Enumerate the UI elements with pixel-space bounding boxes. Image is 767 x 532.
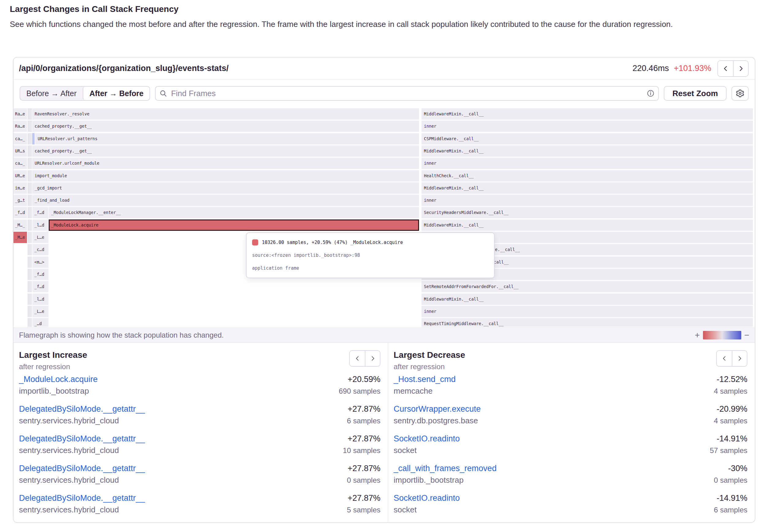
frame-sliver-column[interactable] xyxy=(28,108,32,120)
frame[interactable]: URLResolver.url_patterns xyxy=(35,133,419,144)
function-link[interactable]: _Host.send_cmd xyxy=(394,375,456,384)
flame-row: UR…eimport_moduleHealthCheck.__call__ xyxy=(13,170,755,182)
increase-prev-button[interactable] xyxy=(350,351,365,366)
frame-cell[interactable]: UR…s xyxy=(13,145,27,157)
frame-sliver-column[interactable] xyxy=(28,158,32,169)
decrease-next-button[interactable] xyxy=(732,351,747,366)
function-change-item: SocketIO.readinto-14.91%socket6 samples xyxy=(394,493,747,523)
change-percent: +27.87% xyxy=(348,464,380,473)
frame-sliver-column[interactable] xyxy=(28,219,32,231)
find-frames-input[interactable] xyxy=(155,86,659,101)
sample-count: 57 samples xyxy=(710,446,747,455)
frame-cell[interactable]: _L…e xyxy=(32,306,48,317)
frame-sliver-column[interactable] xyxy=(28,182,32,194)
sample-count: 4 samples xyxy=(714,417,747,425)
sample-count: 0 samples xyxy=(347,476,380,485)
frame-cell[interactable]: Ra…e xyxy=(13,121,27,132)
function-link[interactable]: _ModuleLock.acquire xyxy=(19,375,98,384)
largest-decrease-title: Largest Decrease xyxy=(394,350,716,360)
toggle-after-before[interactable]: After → Before xyxy=(83,87,149,100)
frame-cell[interactable]: _f…d xyxy=(32,281,48,292)
frame-sliver-column[interactable] xyxy=(28,170,32,182)
settings-button[interactable] xyxy=(731,86,749,101)
frame[interactable]: _gcd_import xyxy=(32,182,419,194)
frame[interactable]: _ModuleLock.acquire xyxy=(49,219,419,231)
frame[interactable]: URLResolver.urlconf_module xyxy=(32,158,419,169)
frame[interactable]: _ModuleLockManager.__enter__ xyxy=(49,207,419,218)
frame-cell[interactable]: _g…t xyxy=(13,195,27,206)
frame-cell[interactable]: _l…d xyxy=(32,219,48,231)
info-icon[interactable] xyxy=(647,89,655,99)
prev-endpoint-button[interactable] xyxy=(718,61,733,76)
frame-sliver-column[interactable] xyxy=(28,133,32,144)
frame[interactable]: _find_and_load xyxy=(32,195,419,206)
frame-cell[interactable]: _c…d xyxy=(32,244,48,255)
frame[interactable]: MiddlewareMixin.__call__ xyxy=(422,108,753,120)
frame[interactable]: SecurityHeadersMiddleware.__call__ xyxy=(422,207,753,218)
frame-sliver-column[interactable] xyxy=(28,318,32,327)
increase-next-button[interactable] xyxy=(365,351,380,366)
function-link[interactable]: CursorWrapper.execute xyxy=(394,404,481,414)
frame[interactable]: cached_property.__get__ xyxy=(32,145,419,157)
sample-count: 0 samples xyxy=(714,476,747,485)
largest-decrease-header: Largest Decrease after regression xyxy=(388,343,755,371)
decrease-prev-button[interactable] xyxy=(717,351,732,366)
frame-sliver-column[interactable] xyxy=(28,281,32,292)
frame[interactable]: inner xyxy=(422,158,753,169)
frame-cell[interactable]: _M…e xyxy=(13,232,27,243)
frame-cell[interactable]: _…d xyxy=(32,318,48,327)
differential-flamegraph[interactable]: Ra…eRavenResolver._resolveMiddlewareMixi… xyxy=(13,108,755,327)
sample-count: 690 samples xyxy=(339,387,380,395)
frame-cell[interactable]: ca…_ xyxy=(13,133,27,144)
frame-sliver-column[interactable] xyxy=(28,145,32,157)
function-link[interactable]: _call_with_frames_removed xyxy=(394,464,497,473)
frame-cell[interactable]: Ra…e xyxy=(13,108,27,120)
function-link[interactable]: DelegatedBySiloMode.__getattr__ xyxy=(19,404,145,414)
frame-cell[interactable]: ca…_ xyxy=(13,158,27,169)
frame-sliver-column[interactable] xyxy=(28,195,32,206)
frame[interactable]: inner xyxy=(422,121,753,132)
frame-sliver-column[interactable] xyxy=(28,294,32,305)
frame-cell[interactable]: UR…e xyxy=(13,170,27,182)
frame[interactable]: HealthCheck.__call__ xyxy=(422,170,753,182)
sample-count: 6 samples xyxy=(347,417,380,425)
selected-frame-sliver[interactable] xyxy=(32,133,35,144)
frame-sliver-column[interactable] xyxy=(28,207,32,218)
frame[interactable]: MiddlewareMixin.__call__ xyxy=(422,294,753,305)
frame[interactable]: cached_property.__get__ xyxy=(32,121,419,132)
frame[interactable]: MiddlewareMixin.__call__ xyxy=(422,219,753,231)
frame-sliver-column[interactable] xyxy=(28,244,32,255)
frame-cell[interactable]: _L…e xyxy=(32,232,48,243)
next-endpoint-button[interactable] xyxy=(733,61,748,76)
frame[interactable]: SetRemoteAddrFromForwardedFor.__call__ xyxy=(422,281,753,292)
function-link[interactable]: DelegatedBySiloMode.__getattr__ xyxy=(19,434,145,444)
function-link[interactable]: SocketIO.readinto xyxy=(394,434,460,444)
function-link[interactable]: DelegatedBySiloMode.__getattr__ xyxy=(19,493,145,503)
toggle-before-after[interactable]: Before → After xyxy=(20,87,83,100)
frame[interactable]: RequestTimingMiddleware.__call__ xyxy=(422,318,753,327)
frame[interactable]: MiddlewareMixin.__call__ xyxy=(422,182,753,194)
frame-cell[interactable]: im…e xyxy=(13,182,27,194)
frame[interactable]: RavenResolver._resolve xyxy=(32,108,419,120)
screen: Largest Changes in Call Stack Frequency … xyxy=(0,0,767,532)
frame[interactable]: inner xyxy=(422,195,753,206)
frame[interactable]: inner xyxy=(422,306,753,317)
frame-cell[interactable]: _f…d xyxy=(32,269,48,280)
frame-cell[interactable]: _M…_ xyxy=(13,219,27,231)
frame-cell[interactable]: _f…d xyxy=(32,207,48,218)
function-link[interactable]: DelegatedBySiloMode.__getattr__ xyxy=(19,464,145,473)
reset-zoom-button[interactable]: Reset Zoom xyxy=(664,86,727,101)
frame[interactable]: MiddlewareMixin.__call__ xyxy=(422,145,753,157)
frame-cell[interactable]: <m…> xyxy=(32,257,48,268)
frame-cell[interactable]: _l…d xyxy=(32,294,48,305)
summary-section: Largest Increase after regression _Modul… xyxy=(13,343,755,522)
frame-sliver-column[interactable] xyxy=(28,306,32,317)
frame[interactable]: import_module xyxy=(32,170,419,182)
frame-sliver-column[interactable] xyxy=(28,269,32,280)
frame-sliver-column[interactable] xyxy=(28,232,32,243)
frame[interactable]: CSPMiddleware.__call__ xyxy=(422,133,753,144)
frame-sliver-column[interactable] xyxy=(28,121,32,132)
frame-cell[interactable]: _f…d xyxy=(13,207,27,218)
frame-sliver-column[interactable] xyxy=(28,257,32,268)
function-link[interactable]: SocketIO.readinto xyxy=(394,493,460,503)
